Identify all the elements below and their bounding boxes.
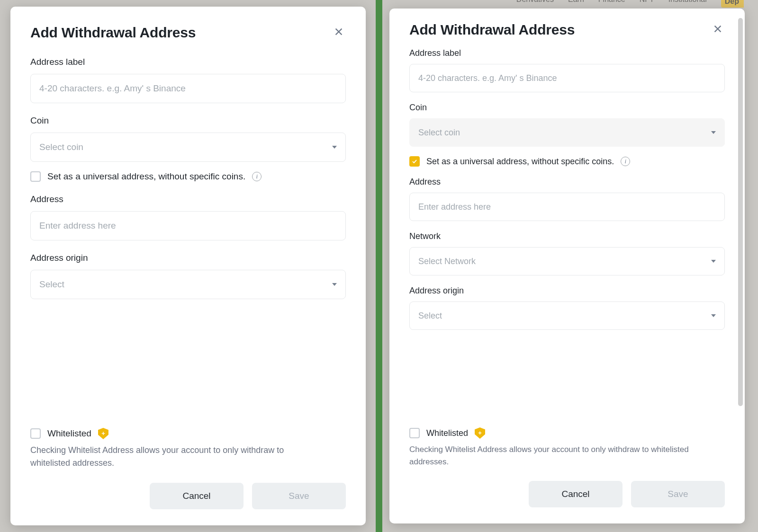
field-coin: Coin Select coin Set as a universal addr…: [409, 103, 725, 167]
label-address: Address: [30, 194, 346, 204]
coin-select[interactable]: Select coin: [409, 118, 725, 147]
field-address-label: Address label: [409, 48, 725, 92]
origin-select[interactable]: Select: [409, 301, 725, 330]
button-row: Cancel Save: [30, 483, 346, 509]
field-network: Network Select Network: [409, 231, 725, 275]
chevron-down-icon: [711, 314, 716, 317]
split-divider: [376, 0, 382, 532]
field-origin: Address origin Select: [409, 286, 725, 330]
nav-finance[interactable]: Finance: [598, 0, 625, 4]
universal-checkbox[interactable]: [30, 171, 41, 182]
deposit-button-fragment[interactable]: Dep: [721, 0, 744, 8]
whitelist-label: Whitelisted: [426, 428, 468, 438]
label-coin: Coin: [30, 115, 346, 126]
check-icon: [411, 158, 418, 165]
universal-checkbox[interactable]: [409, 156, 420, 167]
spacer: [409, 337, 725, 427]
button-row: Cancel Save: [409, 481, 725, 507]
modal-header: Add Withdrawal Address: [30, 25, 346, 41]
label-network: Network: [409, 231, 725, 241]
close-button[interactable]: [332, 25, 346, 41]
universal-checkbox-label: Set as a universal address, without spec…: [47, 171, 245, 182]
nav-institutional[interactable]: Institutional: [668, 0, 707, 4]
close-icon: [334, 27, 344, 37]
universal-checkbox-label: Set as a universal address, without spec…: [426, 157, 614, 167]
whitelist-checkbox[interactable]: [409, 428, 420, 438]
whitelist-block: Whitelisted Checking Whitelist Address a…: [409, 427, 725, 468]
field-address: Address: [30, 194, 346, 240]
info-icon[interactable]: i: [621, 157, 630, 166]
add-withdrawal-modal-right: Add Withdrawal Address Address label Coi…: [389, 9, 745, 523]
cancel-button[interactable]: Cancel: [150, 483, 244, 509]
chevron-down-icon: [332, 146, 337, 149]
universal-checkbox-row: Set as a universal address, without spec…: [409, 156, 725, 167]
label-address-label: Address label: [30, 57, 346, 67]
network-select-placeholder: Select Network: [418, 257, 711, 266]
close-button[interactable]: [711, 22, 725, 38]
right-pane: Derivatives Earn Finance NFT Institution…: [379, 0, 758, 532]
coin-select-placeholder: Select coin: [39, 142, 332, 152]
address-label-input[interactable]: [30, 74, 346, 103]
whitelist-row: Whitelisted: [409, 427, 725, 439]
chevron-down-icon: [711, 260, 716, 263]
label-address: Address: [409, 177, 725, 187]
left-pane: Add Withdrawal Address Address label Coi…: [0, 0, 379, 532]
close-icon: [713, 24, 723, 34]
chevron-down-icon: [711, 131, 716, 134]
label-coin: Coin: [409, 103, 725, 113]
field-address-label: Address label: [30, 57, 346, 103]
origin-select-placeholder: Select: [418, 311, 711, 321]
coin-select[interactable]: Select coin: [30, 133, 346, 162]
whitelist-block: Whitelisted Checking Whitelist Address a…: [30, 428, 346, 470]
origin-select-placeholder: Select: [39, 279, 332, 290]
shield-icon: [475, 427, 485, 439]
background-nav: Derivatives Earn Finance NFT Institution…: [379, 0, 758, 2]
label-origin: Address origin: [409, 286, 725, 296]
spacer: [30, 311, 346, 428]
nav-derivatives[interactable]: Derivatives: [516, 0, 554, 4]
address-label-input[interactable]: [409, 64, 725, 92]
add-withdrawal-modal-left: Add Withdrawal Address Address label Coi…: [10, 7, 366, 525]
modal-title: Add Withdrawal Address: [30, 25, 196, 41]
shield-icon: [98, 428, 108, 439]
whitelist-row: Whitelisted: [30, 428, 346, 439]
save-button[interactable]: Save: [252, 483, 346, 509]
universal-checkbox-row: Set as a universal address, without spec…: [30, 171, 346, 182]
save-button[interactable]: Save: [631, 481, 725, 507]
field-origin: Address origin Select: [30, 253, 346, 299]
modal-title: Add Withdrawal Address: [409, 22, 575, 38]
scroll-thumb[interactable]: [738, 18, 743, 406]
label-address-label: Address label: [409, 48, 725, 58]
whitelist-checkbox[interactable]: [30, 428, 41, 439]
coin-select-placeholder: Select coin: [418, 128, 711, 138]
label-origin: Address origin: [30, 253, 346, 263]
whitelist-description: Checking Whitelist Address allows your a…: [30, 444, 324, 470]
field-address: Address: [409, 177, 725, 221]
origin-select[interactable]: Select: [30, 270, 346, 299]
scrollbar[interactable]: [738, 18, 743, 406]
whitelist-description: Checking Whitelist Address allows your a…: [409, 443, 703, 468]
nav-earn[interactable]: Earn: [568, 0, 584, 4]
info-icon[interactable]: i: [252, 172, 262, 181]
nav-nft[interactable]: NFT: [640, 0, 654, 4]
whitelist-label: Whitelisted: [47, 428, 91, 439]
chevron-down-icon: [332, 283, 337, 286]
modal-header: Add Withdrawal Address: [409, 22, 725, 38]
network-select[interactable]: Select Network: [409, 247, 725, 275]
address-input[interactable]: [30, 211, 346, 240]
cancel-button[interactable]: Cancel: [529, 481, 623, 507]
address-input[interactable]: [409, 193, 725, 221]
field-coin: Coin Select coin Set as a universal addr…: [30, 115, 346, 182]
